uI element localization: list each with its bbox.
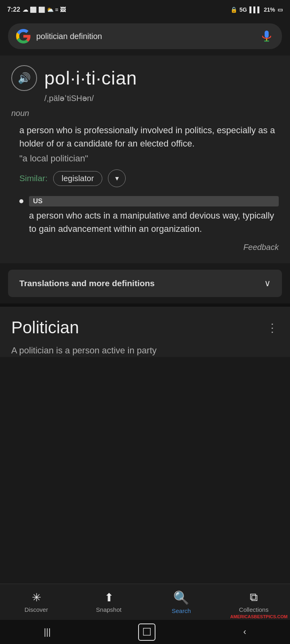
example-text: "a local politician" (19, 153, 279, 164)
translations-button[interactable]: Translations and more definitions ∨ (8, 270, 282, 297)
home-button[interactable]: ☐ (138, 623, 155, 641)
bullet-dot (19, 199, 23, 203)
word-header: 🔊 pol·i·ti·cian (11, 65, 279, 91)
recent-apps-button[interactable]: ||| (44, 627, 51, 637)
discover-icon: ✳ (32, 591, 41, 604)
translations-chevron-icon: ∨ (264, 278, 271, 289)
dictionary-card: 🔊 pol·i·ti·cian /ˌpäləˈtiSHən/ noun a pe… (0, 56, 290, 263)
status-left: 7:22 ☁ ⬜ ⬜ ⛅ ≡ 🖼 (7, 6, 66, 13)
section-divider (0, 303, 290, 307)
search-bar[interactable]: politician definition (8, 23, 282, 49)
speaker-button[interactable]: 🔊 (11, 65, 37, 91)
snapshot-icon: ⬆ (104, 591, 114, 604)
nav-label-collections: Collections (239, 606, 268, 613)
status-time: 7:22 (7, 6, 20, 13)
network-type: 5G (240, 6, 247, 13)
status-right: 🔒 5G ▌▌▌ 21% ▭ (230, 6, 283, 13)
battery-percent: 21% (264, 6, 275, 13)
back-button[interactable]: ‹ (243, 627, 246, 637)
feedback-link[interactable]: Feedback (243, 243, 279, 252)
nav-label-snapshot: Snapshot (96, 606, 121, 613)
search-icon: 🔍 (173, 590, 189, 605)
watermark: AMERICASBESTPICS.COM (230, 614, 288, 619)
nav-item-discover[interactable]: ✳ Discover (0, 584, 72, 620)
nav-label-discover: Discover (25, 606, 48, 613)
feedback-row: Feedback (11, 243, 279, 252)
similar-label: Similar: (19, 173, 48, 183)
nav-label-search: Search (172, 607, 191, 614)
phonetic: /ˌpäləˈtiSHən/ (44, 93, 279, 103)
mic-icon[interactable] (259, 29, 274, 43)
search-query[interactable]: politician definition (36, 32, 254, 41)
status-icons: ☁ ⬜ ⬜ ⛅ ≡ 🖼 (23, 6, 66, 13)
search-bar-container: politician definition (0, 19, 290, 56)
nav-item-search[interactable]: 🔍 Search (145, 584, 218, 620)
politician-snippet: A politician is a person active in party (11, 344, 279, 357)
us-definition-row: US a person who acts in a manipulative a… (19, 195, 279, 235)
chevron-down-icon: ▾ (115, 174, 119, 183)
collections-icon: ⧉ (250, 591, 258, 604)
more-options-icon[interactable]: ⋮ (267, 321, 279, 334)
definition-text: a person who is professionally involved … (19, 124, 279, 150)
us-badge: US (29, 196, 279, 206)
similar-row: Similar: legislator ▾ (19, 169, 279, 187)
part-of-speech: noun (11, 109, 279, 118)
primary-definition: a person who is professionally involved … (11, 124, 279, 235)
google-logo (16, 29, 31, 43)
us-def-block: US a person who acts in a manipulative a… (29, 195, 279, 235)
similar-expand-button[interactable]: ▾ (108, 169, 126, 187)
battery-icon-bar: ▭ (278, 6, 283, 13)
svg-rect-0 (265, 31, 269, 38)
word-title: pol·i·ti·cian (44, 67, 137, 89)
battery-icon: 🔒 (230, 6, 237, 13)
politician-header: Politician ⋮ (11, 318, 279, 337)
signal-bars: ▌▌▌ (249, 6, 261, 13)
similar-chip[interactable]: legislator (53, 171, 102, 186)
us-definition: a person who acts in a manipulative and … (29, 209, 279, 235)
politician-section: Politician ⋮ A politician is a person ac… (0, 307, 290, 357)
politician-title: Politician (11, 318, 79, 337)
system-nav: ||| ☐ ‹ (0, 620, 290, 644)
nav-item-snapshot[interactable]: ⬆ Snapshot (72, 584, 145, 620)
translations-text: Translations and more definitions (19, 279, 260, 288)
status-bar: 7:22 ☁ ⬜ ⬜ ⛅ ≡ 🖼 🔒 5G ▌▌▌ 21% ▭ (0, 0, 290, 19)
speaker-icon: 🔊 (18, 72, 31, 85)
